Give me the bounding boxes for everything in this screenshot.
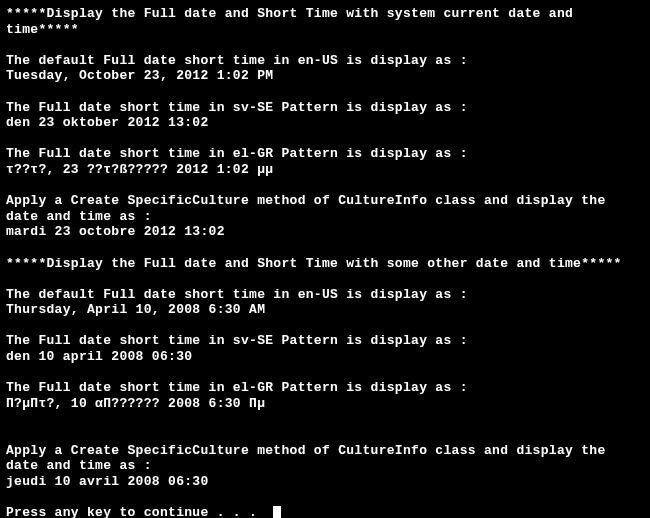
enus1-value: Tuesday, October 23, 2012 1:02 PM bbox=[6, 68, 644, 84]
blank bbox=[6, 84, 644, 100]
svse2-label: The Full date short time in sv-SE Patter… bbox=[6, 333, 644, 349]
blank bbox=[6, 489, 644, 505]
console-output: *****Display the Full date and Short Tim… bbox=[6, 6, 644, 518]
section1-header: *****Display the Full date and Short Tim… bbox=[6, 6, 644, 37]
elgr1-label: The Full date short time in el-GR Patter… bbox=[6, 146, 644, 162]
blank bbox=[6, 427, 644, 443]
specific1-value: mardi 23 octobre 2012 13:02 bbox=[6, 224, 644, 240]
elgr2-label: The Full date short time in el-GR Patter… bbox=[6, 380, 644, 396]
cursor-icon bbox=[273, 506, 281, 518]
svse2-value: den 10 april 2008 06:30 bbox=[6, 349, 644, 365]
specific1-label: Apply a Create SpecificCulture method of… bbox=[6, 193, 644, 224]
elgr2-value: Π?μΠτ?, 10 αΠ?????? 2008 6:30 Πμ bbox=[6, 396, 644, 412]
blank bbox=[6, 365, 644, 381]
blank bbox=[6, 318, 644, 334]
specific2-value: jeudi 10 avril 2008 06:30 bbox=[6, 474, 644, 490]
blank bbox=[6, 178, 644, 194]
blank bbox=[6, 411, 644, 427]
elgr1-value: τ??τ?, 23 ??τ?ß????? 2012 1:02 μμ bbox=[6, 162, 644, 178]
enus1-label: The default Full date short time in en-U… bbox=[6, 53, 644, 69]
blank bbox=[6, 271, 644, 287]
enus2-value: Thursday, April 10, 2008 6:30 AM bbox=[6, 302, 644, 318]
blank bbox=[6, 131, 644, 147]
enus2-label: The default Full date short time in en-U… bbox=[6, 287, 644, 303]
continue-prompt[interactable]: Press any key to continue . . . bbox=[6, 505, 644, 518]
blank bbox=[6, 240, 644, 256]
specific2-label: Apply a Create SpecificCulture method of… bbox=[6, 443, 644, 474]
section2-header: *****Display the Full date and Short Tim… bbox=[6, 256, 644, 272]
prompt-text: Press any key to continue . . . bbox=[6, 505, 265, 518]
svse1-label: The Full date short time in sv-SE Patter… bbox=[6, 100, 644, 116]
svse1-value: den 23 oktober 2012 13:02 bbox=[6, 115, 644, 131]
blank bbox=[6, 37, 644, 53]
